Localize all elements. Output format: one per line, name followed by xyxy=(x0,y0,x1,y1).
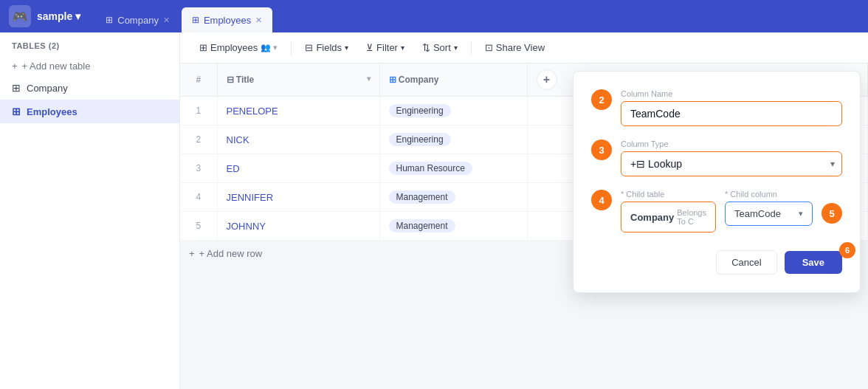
row-name-1[interactable]: PENELOPE xyxy=(217,97,379,125)
dept-badge-2: Engineering xyxy=(389,133,451,146)
row-dept-1: Engineering xyxy=(379,97,527,125)
save-button[interactable]: Save xyxy=(785,251,842,274)
child-column-value: TeamCode xyxy=(734,208,781,219)
company-tab-label: Company xyxy=(117,15,159,26)
row-id-2: 2 xyxy=(180,125,217,154)
employees-tab-close[interactable]: ✕ xyxy=(255,16,262,25)
dept-badge-4: Management xyxy=(389,190,455,204)
child-column-wrap: * Child column TeamCode ▾ xyxy=(725,190,813,226)
column-type-select-wrapper: +⊟ Lookup ▾ xyxy=(621,151,842,176)
row-name-5[interactable]: JOHNNY xyxy=(217,212,379,241)
toolbar: ⊞ Employees 👥 ▾ ⊟ Fields ▾ ⊻ Filter ▾ ⇅ … xyxy=(180,32,868,63)
column-name-group: 2 Column Name xyxy=(591,89,842,126)
main-layout: TABLES (2) + + Add new table ⊞ Company ⊞… xyxy=(0,32,868,389)
column-type-field-wrap: Column Type +⊟ Lookup ▾ xyxy=(621,140,842,176)
column-name-label: Column Name xyxy=(621,89,842,98)
toolbar-share[interactable]: ⊡ Share View xyxy=(478,38,552,57)
column-type-group: 3 Column Type +⊟ Lookup ▾ xyxy=(591,140,842,176)
step-5-badge-wrapper: 5 xyxy=(822,190,842,224)
add-row-icon: + xyxy=(189,248,195,259)
col-header-title[interactable]: ⊟ Title ▾ xyxy=(217,63,379,97)
tabs-container: ⊞ Company ✕ ⊞ Employees ✕ xyxy=(95,0,274,32)
company-tab-icon: ⊞ xyxy=(106,15,113,25)
row-id-4: 4 xyxy=(180,183,217,212)
row-id-1: 1 xyxy=(180,97,217,125)
sidebar-item-employees[interactable]: ⊞ Employees xyxy=(0,100,179,123)
child-column-label: * Child column xyxy=(725,190,813,199)
toolbar-divider1 xyxy=(291,41,292,55)
table-container: # ⊟ Title ▾ ⊞ Company + xyxy=(180,63,868,389)
fields-icon: ⊟ xyxy=(305,42,313,53)
dept-badge-5: Management xyxy=(389,219,455,233)
child-table-wrap: * Child table Company Belongs To C xyxy=(621,190,716,233)
sidebar-company-label: Company xyxy=(27,83,68,94)
title-col-chevron: ▾ xyxy=(367,75,371,83)
save-with-badge: Save 6 xyxy=(785,251,842,274)
app-name-chevron: ▾ xyxy=(75,10,80,22)
column-panel: 2 Column Name 3 Column Type xyxy=(573,71,861,293)
step-3-badge: 3 xyxy=(591,140,612,160)
toolbar-filter[interactable]: ⊻ Filter ▾ xyxy=(359,38,412,57)
sidebar-employees-label: Employees xyxy=(27,106,78,117)
row-dept-5: Management xyxy=(379,212,527,241)
col-header-company[interactable]: ⊞ Company xyxy=(379,63,527,97)
panel-footer: Cancel Save 6 xyxy=(591,250,842,275)
sidebar-item-company[interactable]: ⊞ Company xyxy=(0,76,179,100)
sidebar-section-title: TABLES (2) xyxy=(0,41,179,56)
sort-chevron: ▾ xyxy=(454,44,458,52)
company-tab-close[interactable]: ✕ xyxy=(163,16,170,25)
child-table-value: Company xyxy=(630,212,674,223)
add-column-button[interactable]: + xyxy=(537,69,557,90)
tab-employees[interactable]: ⊞ Employees ✕ xyxy=(182,7,272,32)
row-name-3[interactable]: ED xyxy=(217,154,379,183)
employees-tab-label: Employees xyxy=(204,15,251,26)
row-name-2[interactable]: NICK xyxy=(217,125,379,154)
toolbar-fields[interactable]: ⊟ Fields ▾ xyxy=(297,38,356,57)
toolbar-share-label: Share View xyxy=(496,42,545,53)
row-dept-2: Engineering xyxy=(379,125,527,154)
child-table-field[interactable]: Company Belongs To C xyxy=(621,202,716,233)
cancel-button[interactable]: Cancel xyxy=(716,250,776,275)
row-id-3: 3 xyxy=(180,154,217,183)
toolbar-employees-label: Employees xyxy=(210,42,258,53)
child-column-chevron: ▾ xyxy=(799,209,803,218)
child-row: * Child table Company Belongs To C * Chi… xyxy=(621,190,842,233)
add-table-icon: + xyxy=(12,61,18,72)
column-type-select[interactable]: +⊟ Lookup xyxy=(621,151,842,176)
row-dept-4: Management xyxy=(379,183,527,212)
employees-tab-icon: ⊞ xyxy=(192,15,199,25)
child-column-select[interactable]: TeamCode ▾ xyxy=(725,202,813,226)
column-type-label: Column Type xyxy=(621,140,842,148)
toolbar-fields-label: Fields xyxy=(316,42,342,53)
child-table-label: * Child table xyxy=(621,190,716,199)
column-name-field-wrap: Column Name xyxy=(621,89,842,126)
step-4-badge: 4 xyxy=(591,190,612,210)
filter-icon: ⊻ xyxy=(366,42,373,53)
dept-badge-1: Engineering xyxy=(389,104,451,117)
step-2-badge: 2 xyxy=(591,89,612,110)
add-row-label: + Add new row xyxy=(199,248,263,259)
app-name-text: sample xyxy=(37,10,72,22)
sidebar: TABLES (2) + + Add new table ⊞ Company ⊞… xyxy=(0,32,180,389)
company-col-icon: ⊞ xyxy=(389,75,399,85)
employees-item-icon: ⊞ xyxy=(12,106,21,117)
toolbar-filter-label: Filter xyxy=(376,42,398,53)
column-name-input[interactable] xyxy=(621,101,842,126)
row-name-4[interactable]: JENNIFER xyxy=(217,183,379,212)
tab-company[interactable]: ⊞ Company ✕ xyxy=(95,7,180,32)
col-title-label: Title xyxy=(236,75,254,85)
toolbar-sort-label: Sort xyxy=(433,42,451,53)
step-5-badge: 5 xyxy=(822,203,842,224)
title-col-icon: ⊟ xyxy=(227,75,236,85)
company-item-icon: ⊞ xyxy=(12,82,21,94)
topbar: 🎮 sample ▾ ⊞ Company ✕ ⊞ Employees ✕ xyxy=(0,0,868,32)
row-dept-3: Human Resource xyxy=(379,154,527,183)
app-name[interactable]: sample ▾ xyxy=(37,10,80,22)
toolbar-employees[interactable]: ⊞ Employees 👥 ▾ xyxy=(192,38,285,57)
row-id-5: 5 xyxy=(180,212,217,241)
add-table-button[interactable]: + + Add new table xyxy=(0,56,179,76)
share-icon: ⊡ xyxy=(485,42,493,53)
fields-chevron: ▾ xyxy=(345,44,348,52)
app-logo: 🎮 xyxy=(9,5,31,27)
toolbar-sort[interactable]: ⇅ Sort ▾ xyxy=(415,38,465,57)
